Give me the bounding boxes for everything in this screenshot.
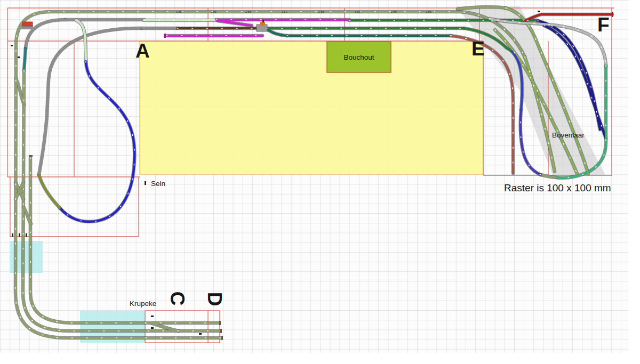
signal-marker	[12, 233, 13, 237]
rail-joint-dots	[30, 158, 219, 323]
track-length-label: 2.85	[176, 10, 182, 13]
section-letter-f: F	[597, 14, 610, 36]
section-letter-a: A	[135, 40, 150, 62]
track-teal-segment	[24, 48, 26, 70]
track-length-label: 2.85	[391, 10, 397, 13]
bouchout-label: Bouchout	[343, 53, 374, 61]
track-balloon-loop-blue	[60, 61, 134, 222]
sein-label: Sein	[151, 180, 165, 188]
track-length-label: 2.85	[318, 10, 324, 13]
track-length-label: 2.85	[282, 10, 287, 13]
signal-marker	[19, 233, 20, 237]
section-letter-c: C	[166, 292, 188, 306]
signal-marker	[151, 316, 154, 317]
buffer-stop	[29, 155, 33, 157]
track-length-label: 2.85	[211, 10, 217, 13]
raster-note: Raster is 100 x 100 mm	[504, 182, 611, 193]
section-letter-d: D	[204, 292, 226, 306]
buffer-stop	[220, 329, 222, 333]
signal-marker	[538, 11, 540, 12]
magenta-track-end	[164, 34, 166, 38]
signal-marker	[26, 233, 27, 237]
signal-marker	[151, 327, 154, 329]
section-letter-e: E	[471, 38, 485, 60]
rail-outline	[39, 28, 141, 175]
track-krupeke-siding	[30, 158, 219, 323]
signal-marker	[11, 45, 13, 46]
buffer-stop	[221, 336, 223, 340]
turnout-handle-icon	[262, 20, 264, 22]
track-length-label: 2.85	[355, 10, 361, 13]
rail-outline	[30, 158, 219, 323]
sein-signal-icon	[145, 181, 146, 185]
yellow-baseboard-area	[140, 41, 483, 174]
signal-marker	[18, 56, 20, 58]
buffer-stop-red	[612, 12, 613, 17]
signal-marker	[199, 333, 202, 335]
bovenlaar-label: Bovenlaar	[552, 131, 585, 139]
krupeke-label: Krupeke	[130, 300, 156, 308]
crossing-red-deck	[22, 22, 33, 26]
buffer-stop	[219, 321, 221, 325]
track-plan: A E F C D Bouchout Bovenlaar Krupeke Sei…	[0, 0, 640, 364]
track-plan-canvas: A E F C D Bouchout Bovenlaar Krupeke Sei…	[0, 0, 640, 364]
track-length-label: 2.85	[426, 10, 431, 13]
track-length-label: 2.85	[245, 10, 251, 13]
track-loop-approach-gray	[39, 28, 141, 175]
turnout-lever-icon	[260, 22, 265, 26]
